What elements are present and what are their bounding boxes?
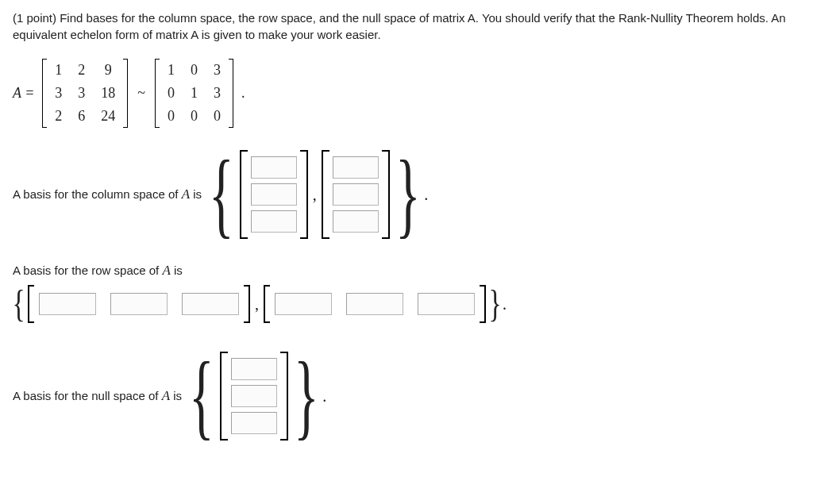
col1-entry-2[interactable] bbox=[251, 183, 297, 206]
matrix-equation: A = 129 3318 2624 ~ 103 013 000 . bbox=[13, 59, 800, 128]
row1-entry-3[interactable] bbox=[182, 293, 239, 315]
problem-statement: (1 point) Find bases for the column spac… bbox=[13, 10, 800, 43]
col2-entry-1[interactable] bbox=[333, 156, 379, 179]
comma-sep: , bbox=[255, 295, 259, 314]
column-space-label: A basis for the column space of A is bbox=[13, 187, 202, 202]
comma-sep: , bbox=[313, 186, 317, 204]
row1-entry-2[interactable] bbox=[110, 293, 168, 315]
null-space-row: A basis for the null space of A is { } . bbox=[13, 352, 800, 441]
lbrace-icon: { bbox=[189, 360, 214, 432]
row2-entry-2[interactable] bbox=[346, 293, 403, 315]
rbrace-icon: } bbox=[294, 360, 319, 432]
row2-entry-1[interactable] bbox=[275, 293, 332, 315]
eq-period: . bbox=[241, 85, 245, 102]
null1-entry-1[interactable] bbox=[231, 358, 277, 380]
col-vector-1 bbox=[240, 150, 308, 239]
problem-body: Find bases for the column space, the row… bbox=[13, 11, 786, 41]
null-vector-1 bbox=[220, 352, 288, 441]
null-space-label: A basis for the null space of A is bbox=[13, 388, 182, 404]
col-period: . bbox=[424, 186, 428, 204]
rbrace-icon: } bbox=[395, 159, 421, 230]
col1-entry-1[interactable] bbox=[251, 156, 297, 179]
matrix-A: 129 3318 2624 bbox=[42, 59, 128, 128]
points-label: (1 point) bbox=[13, 11, 56, 25]
col1-entry-3[interactable] bbox=[251, 210, 297, 233]
matrix-echelon: 103 013 000 bbox=[155, 59, 233, 128]
row-vector-1 bbox=[28, 285, 250, 323]
null1-entry-2[interactable] bbox=[231, 385, 277, 407]
row-vector-2 bbox=[264, 285, 486, 323]
row-period: . bbox=[503, 295, 507, 314]
col2-entry-3[interactable] bbox=[333, 210, 379, 233]
column-space-row: A basis for the column space of A is { ,… bbox=[13, 150, 800, 239]
col-vector-2 bbox=[322, 150, 390, 239]
row1-entry-1[interactable] bbox=[39, 293, 96, 315]
col2-entry-2[interactable] bbox=[333, 183, 379, 206]
matrix-A-label: A = bbox=[13, 85, 34, 102]
lbrace-icon: { bbox=[12, 287, 25, 321]
row2-entry-3[interactable] bbox=[418, 293, 475, 315]
tilde-symbol: ~ bbox=[137, 85, 145, 102]
row-space-row: { , } . bbox=[13, 285, 800, 323]
row-space-label: A basis for the row space of A is bbox=[13, 263, 800, 279]
rbrace-icon: } bbox=[489, 287, 502, 321]
null-period: . bbox=[322, 387, 326, 406]
lbrace-icon: { bbox=[209, 159, 234, 230]
null1-entry-3[interactable] bbox=[231, 412, 277, 434]
